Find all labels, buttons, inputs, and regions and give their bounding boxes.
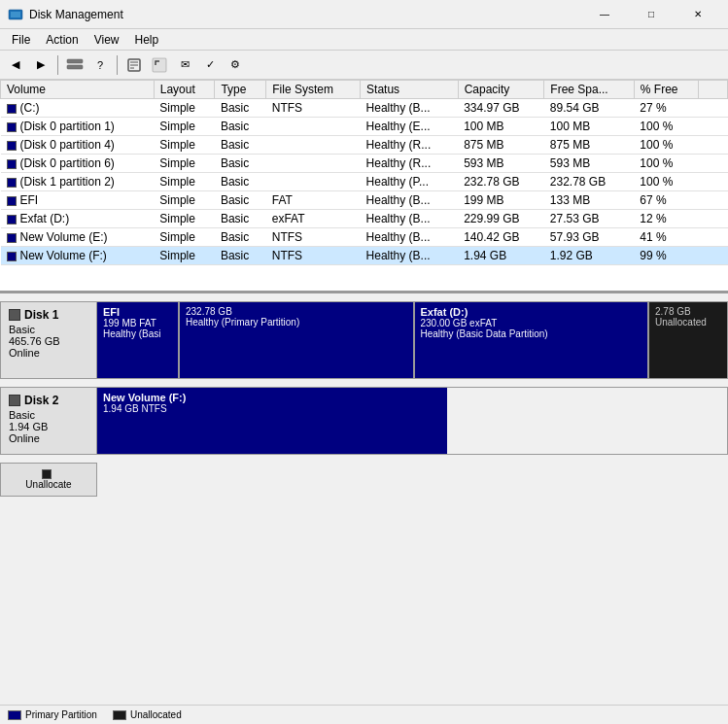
cell-capacity: 232.78 GB: [458, 173, 544, 191]
disk2-size: 1.94 GB: [9, 421, 88, 432]
table-row[interactable]: (Disk 0 partition 1) Simple Basic Health…: [1, 118, 728, 136]
disk-list-button[interactable]: [63, 53, 87, 77]
menu-view[interactable]: View: [87, 29, 127, 50]
maximize-button[interactable]: □: [629, 0, 674, 29]
legend-unalloc-color: [113, 710, 126, 720]
cell-status: Healthy (B...: [361, 99, 459, 118]
disk2-newvol-size: 1.94 GB NTFS: [103, 403, 441, 414]
cell-extra: [699, 247, 728, 265]
volume-table-area[interactable]: Volume Layout Type File System Status Ca…: [0, 80, 728, 293]
minimize-button[interactable]: —: [582, 0, 627, 29]
cell-extra: [699, 99, 728, 118]
title-bar: Disk Management — □ ✕: [0, 0, 728, 29]
disk2-name: Disk 2: [24, 394, 58, 407]
cell-pct: 67 %: [634, 191, 698, 210]
cell-type: Basic: [215, 155, 266, 173]
legend-unallocated: Unallocated: [113, 709, 182, 720]
cell-status: Healthy (P...: [361, 173, 459, 191]
disk1-main-partition[interactable]: 232.78 GB Healthy (Primary Partition): [180, 302, 415, 378]
cell-capacity: 875 MB: [458, 136, 544, 155]
disk2-newvol-name: New Volume (F:): [103, 392, 441, 403]
disk1-exfat-status: Healthy (Basic Data Partition): [421, 328, 642, 339]
col-layout[interactable]: Layout: [154, 81, 215, 99]
cell-status: Healthy (R...: [361, 155, 459, 173]
cell-fs: NTFS: [266, 247, 361, 265]
help-button[interactable]: ?: [88, 53, 112, 77]
unallocated-text: Unallocate: [25, 479, 71, 490]
cell-volume: (Disk 1 partition 2): [1, 173, 155, 191]
settings-button[interactable]: ⚙: [224, 53, 247, 77]
disk1-exfat-name: Exfat (D:): [421, 306, 642, 318]
cell-volume: New Volume (F:): [1, 247, 155, 265]
cell-pct: 27 %: [634, 99, 698, 118]
cell-fs: [266, 118, 361, 136]
cell-pct: 100 %: [634, 173, 698, 191]
properties-button[interactable]: [122, 53, 146, 77]
col-type[interactable]: Type: [215, 81, 266, 99]
legend-area: Primary Partition Unallocated: [0, 705, 728, 724]
cell-free: 57.93 GB: [544, 228, 635, 247]
cell-free: 27.53 GB: [544, 210, 635, 228]
menu-bar: File Action View Help: [0, 29, 728, 51]
table-row[interactable]: (Disk 0 partition 4) Simple Basic Health…: [1, 136, 728, 155]
disk1-exfat-partition[interactable]: Exfat (D:) 230.00 GB exFAT Healthy (Basi…: [415, 302, 650, 378]
cell-extra: [699, 173, 728, 191]
cell-type: Basic: [215, 136, 266, 155]
cell-type: Basic: [215, 210, 266, 228]
disk1-partitions: EFI 199 MB FAT Healthy (Basi 232.78 GB H…: [97, 301, 728, 379]
legend-primary-color: [8, 710, 21, 720]
cell-fs: exFAT: [266, 210, 361, 228]
table-row[interactable]: (Disk 1 partition 2) Simple Basic Health…: [1, 173, 728, 191]
col-volume[interactable]: Volume: [1, 81, 155, 99]
cell-volume: New Volume (E:): [1, 228, 155, 247]
table-row[interactable]: (C:) Simple Basic NTFS Healthy (B... 334…: [1, 99, 728, 118]
table-row[interactable]: Exfat (D:) Simple Basic exFAT Healthy (B…: [1, 210, 728, 228]
cell-capacity: 593 MB: [458, 155, 544, 173]
cell-status: Healthy (B...: [361, 191, 459, 210]
cell-type: Basic: [215, 173, 266, 191]
cell-pct: 12 %: [634, 210, 698, 228]
check-button[interactable]: ✓: [198, 53, 222, 77]
back-button[interactable]: ◀: [4, 53, 27, 77]
cell-capacity: 229.99 GB: [458, 210, 544, 228]
forward-button[interactable]: ▶: [29, 53, 52, 77]
disk1-efi-partition[interactable]: EFI 199 MB FAT Healthy (Basi: [97, 302, 180, 378]
disk1-main-size: 232.78 GB: [186, 306, 407, 317]
col-free[interactable]: Free Spa...: [544, 81, 635, 99]
col-pct[interactable]: % Free: [634, 81, 698, 99]
cell-extra: [699, 210, 728, 228]
cell-layout: Simple: [154, 191, 215, 210]
menu-file[interactable]: File: [4, 29, 38, 50]
close-button[interactable]: ✕: [676, 0, 720, 29]
cell-capacity: 334.97 GB: [458, 99, 544, 118]
volume-table: Volume Layout Type File System Status Ca…: [0, 80, 728, 265]
disk2-row: Disk 2 Basic 1.94 GB Online New Volume (…: [0, 387, 728, 455]
table-header-row: Volume Layout Type File System Status Ca…: [1, 81, 728, 99]
rescan-button[interactable]: [148, 53, 171, 77]
cell-free: 232.78 GB: [544, 173, 635, 191]
disk2-newvol-partition[interactable]: New Volume (F:) 1.94 GB NTFS: [97, 388, 447, 454]
disk1-efi-size: 199 MB FAT: [103, 318, 172, 328]
table-row[interactable]: New Volume (E:) Simple Basic NTFS Health…: [1, 228, 728, 247]
menu-help[interactable]: Help: [127, 29, 167, 50]
disk1-name: Disk 1: [24, 308, 58, 322]
col-filesystem[interactable]: File System: [266, 81, 361, 99]
legend-unalloc-label: Unallocated: [130, 709, 182, 720]
disk1-size: 465.76 GB: [9, 335, 88, 347]
cell-layout: Simple: [154, 136, 215, 155]
col-capacity[interactable]: Capacity: [458, 81, 544, 99]
col-status[interactable]: Status: [361, 81, 459, 99]
table-row[interactable]: New Volume (F:) Simple Basic NTFS Health…: [1, 247, 728, 265]
table-row[interactable]: (Disk 0 partition 6) Simple Basic Health…: [1, 155, 728, 173]
cell-free: 89.54 GB: [544, 99, 635, 118]
disk1-type: Basic: [9, 324, 88, 335]
cell-capacity: 1.94 GB: [458, 247, 544, 265]
email-button[interactable]: ✉: [173, 53, 196, 77]
table-row[interactable]: EFI Simple Basic FAT Healthy (B... 199 M…: [1, 191, 728, 210]
app-icon: [8, 7, 23, 22]
cell-layout: Simple: [154, 99, 215, 118]
cell-pct: 100 %: [634, 136, 698, 155]
cell-status: Healthy (B...: [361, 210, 459, 228]
cell-free: 593 MB: [544, 155, 635, 173]
menu-action[interactable]: Action: [38, 29, 86, 50]
